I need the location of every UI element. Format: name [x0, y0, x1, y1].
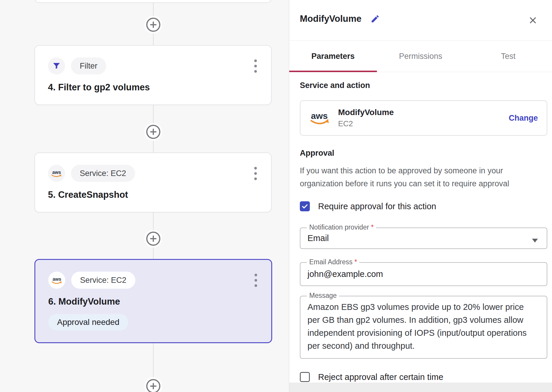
panel-footer-strip [289, 383, 552, 392]
aws-logo-icon: aws [48, 272, 65, 289]
require-approval-row: Require approval for this action [300, 201, 547, 211]
node-menu-button[interactable] [253, 165, 258, 182]
tab-permissions[interactable]: Permissions [377, 41, 465, 72]
node-type-pill: Service: EC2 [71, 165, 135, 182]
change-service-link[interactable]: Change [509, 114, 538, 123]
workflow-canvas: Filter 4. Filter to gp2 volumes aws Serv… [0, 0, 289, 392]
node-title: 4. Filter to gp2 volumes [48, 82, 258, 93]
panel-tabs: Parameters Permissions Test [289, 41, 552, 72]
email-address-field[interactable]: Email Address * john@example.com [300, 262, 547, 286]
aws-logo-icon: aws [309, 110, 330, 126]
required-asterisk: * [354, 258, 357, 266]
service-action-heading: Service and action [300, 81, 547, 90]
add-step-button[interactable] [146, 379, 160, 392]
notification-provider-select[interactable]: Notification provider * Email [300, 227, 547, 249]
node-type-pill: Filter [71, 57, 106, 74]
require-approval-label: Require approval for this action [318, 202, 436, 211]
required-asterisk: * [371, 223, 374, 231]
node-header: aws Service: EC2 [48, 272, 258, 289]
workflow-editor: Filter 4. Filter to gp2 volumes aws Serv… [0, 0, 552, 392]
add-step-button[interactable] [146, 232, 160, 246]
node-modify-volume-selected[interactable]: aws Service: EC2 6. ModifyVolume Approva… [34, 259, 272, 343]
panel-header: ModifyVolume [289, 0, 552, 41]
previous-node-partial[interactable] [34, 0, 272, 3]
svg-text:aws: aws [311, 111, 328, 121]
edit-name-button[interactable] [369, 13, 381, 25]
svg-text:aws: aws [52, 170, 61, 175]
reject-approval-row: Reject approval after certain time [300, 372, 547, 382]
approval-needed-badge: Approval needed [48, 314, 128, 330]
panel-title: ModifyVolume [300, 14, 362, 24]
message-textarea[interactable]: Message Amazon EBS gp3 volumes provide u… [300, 296, 547, 359]
email-address-label: Email Address * [307, 258, 359, 266]
node-header: aws Service: EC2 [48, 165, 258, 182]
node-title: 5. CreateSnapshot [48, 190, 258, 200]
node-create-snapshot[interactable]: aws Service: EC2 5. CreateSnapshot [34, 152, 272, 212]
action-config-panel: ModifyVolume Parameters Permissions Test… [289, 0, 552, 392]
parameters-tab-content: Service and action aws ModifyVolume EC2 … [289, 81, 552, 382]
node-type-pill: Service: EC2 [71, 272, 135, 289]
service-action-name: ModifyVolume [338, 108, 394, 117]
reject-approval-checkbox[interactable] [300, 372, 310, 382]
notification-provider-label: Notification provider * [307, 223, 376, 231]
dropdown-caret-icon[interactable] [532, 239, 538, 242]
add-step-button[interactable] [146, 125, 160, 139]
service-name: EC2 [338, 119, 394, 128]
add-step-button[interactable] [146, 18, 160, 32]
node-menu-button[interactable] [253, 272, 258, 289]
reject-approval-label: Reject approval after certain time [318, 372, 443, 382]
node-menu-button[interactable] [253, 58, 258, 74]
node-filter-to-gp2[interactable]: Filter 4. Filter to gp2 volumes [34, 45, 272, 105]
tab-test[interactable]: Test [464, 41, 552, 72]
close-panel-button[interactable] [527, 14, 539, 26]
message-label: Message [307, 292, 339, 300]
node-header: Filter [48, 57, 258, 74]
selected-service-card: aws ModifyVolume EC2 Change [300, 100, 547, 136]
require-approval-checkbox[interactable] [300, 201, 310, 211]
tab-parameters[interactable]: Parameters [289, 41, 377, 72]
notification-provider-value: Email [307, 233, 540, 243]
aws-logo-icon: aws [48, 165, 65, 182]
filter-icon [48, 57, 65, 74]
email-address-value: john@example.com [307, 269, 540, 279]
node-title: 6. ModifyVolume [48, 296, 258, 307]
message-value: Amazon EBS gp3 volumes provide up to 20%… [307, 300, 527, 352]
approval-heading: Approval [300, 149, 547, 158]
approval-description: If you want this action to be approved b… [300, 164, 532, 190]
svg-text:aws: aws [53, 277, 61, 282]
